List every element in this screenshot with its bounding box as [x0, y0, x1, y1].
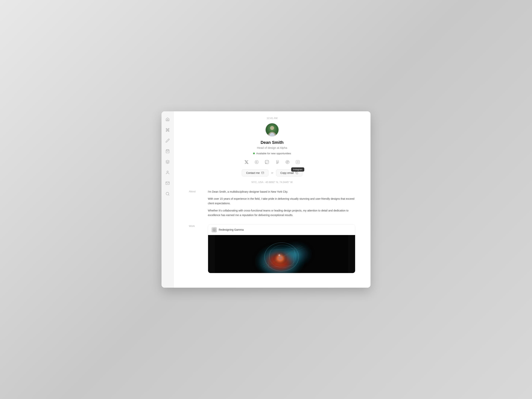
availability-dot: [253, 152, 255, 154]
avatar: [265, 123, 279, 137]
sidebar-command-icon[interactable]: [165, 127, 170, 133]
app-window: 12:41 AM: [162, 111, 370, 288]
work-card-title: Redesigning Gamma: [219, 228, 244, 231]
copy-email-label: Copy email: [280, 171, 294, 174]
social-icons-row: Instagram: [243, 159, 301, 165]
svg-point-2: [167, 171, 168, 172]
contact-me-label: Contact me: [246, 171, 260, 174]
sidebar-bag-icon[interactable]: [165, 149, 170, 154]
sidebar-pencil-icon[interactable]: [165, 138, 170, 143]
sidebar-mail-icon[interactable]: [165, 180, 170, 186]
work-section: Work Redesigning Gamma: [189, 224, 355, 273]
sidebar: [162, 111, 174, 288]
svg-rect-11: [296, 172, 298, 174]
time-display: 12:41 AM: [266, 117, 277, 120]
svg-point-6: [270, 126, 274, 130]
about-para-3: Whether it's collaborating with cross-fu…: [208, 209, 355, 218]
sidebar-search-icon[interactable]: [165, 191, 170, 196]
about-para-1: I'm Dean Smith, a multidisciplinary desi…: [208, 190, 355, 194]
sidebar-home-icon[interactable]: [165, 117, 170, 122]
dribbble-social-icon[interactable]: [285, 159, 291, 165]
work-body: Redesigning Gamma: [208, 224, 355, 273]
about-body: I'm Dean Smith, a multidisciplinary desi…: [208, 190, 355, 218]
main-content: 12:41 AM: [174, 111, 370, 288]
profile-name: Dean Smith: [260, 140, 284, 145]
gamma-icon: [212, 228, 216, 231]
about-para-2: With over 15 years of experience in the …: [208, 197, 355, 206]
x-social-icon[interactable]: [243, 159, 249, 165]
svg-marker-1: [166, 160, 169, 162]
mail-button-icon: [261, 171, 264, 174]
work-label: Work: [189, 224, 200, 273]
lens-visualization: [208, 235, 355, 273]
instagram-tooltip: Instagram: [291, 167, 304, 171]
contact-me-button[interactable]: Contact me: [242, 169, 268, 177]
threads-social-icon[interactable]: [254, 159, 260, 165]
svg-line-4: [168, 195, 169, 195]
figma-social-icon[interactable]: [274, 159, 280, 165]
work-card-header: Redesigning Gamma: [208, 224, 355, 235]
location-text: NYC, USA · 40.6892° N, 74.0445° W: [252, 181, 293, 184]
sidebar-person-icon[interactable]: [165, 170, 170, 175]
copy-icon: [295, 171, 298, 174]
work-card-icon: [211, 227, 217, 232]
work-card-image: [208, 235, 355, 273]
availability-text: Available for new opportunities: [256, 152, 291, 155]
sidebar-layers-icon[interactable]: [165, 159, 170, 165]
github-social-icon[interactable]: [264, 159, 270, 165]
profile-section: 12:41 AM: [174, 111, 370, 190]
about-section: About I'm Dean Smith, a multidisciplinar…: [189, 190, 355, 218]
profile-title: Head of design at Alpha: [257, 146, 287, 149]
work-card[interactable]: Redesigning Gamma: [208, 224, 355, 273]
about-label: About: [189, 190, 200, 218]
svg-rect-9: [296, 160, 299, 164]
instagram-social-icon[interactable]: Instagram: [295, 159, 301, 165]
svg-point-23: [278, 254, 280, 256]
content-sections: About I'm Dean Smith, a multidisciplinar…: [174, 190, 370, 288]
or-separator: or: [271, 171, 273, 174]
availability-badge: Available for new opportunities: [253, 152, 291, 155]
